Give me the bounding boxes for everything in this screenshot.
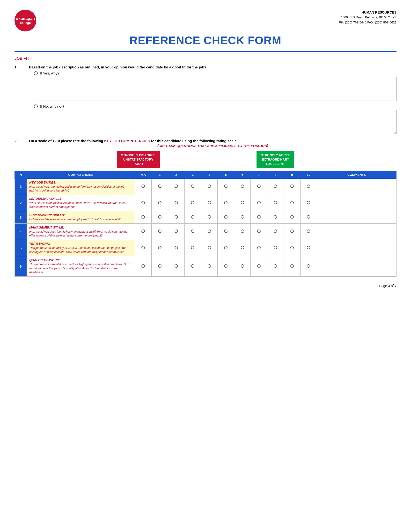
radio-6[interactable] (241, 264, 244, 268)
radio-1[interactable] (158, 184, 161, 188)
radio-1[interactable] (158, 229, 161, 233)
radio-2-cell[interactable] (168, 195, 185, 211)
radio-3[interactable] (191, 184, 194, 188)
radio-1-cell[interactable] (151, 256, 168, 276)
comments-cell[interactable] (317, 240, 396, 256)
radio-na[interactable] (141, 264, 145, 268)
radio-3[interactable] (191, 201, 194, 204)
radio-5[interactable] (224, 201, 227, 204)
radio-10-cell[interactable] (300, 195, 317, 211)
radio-7-cell[interactable] (251, 211, 267, 223)
radio-9[interactable] (290, 184, 294, 188)
radio-10-cell[interactable] (300, 256, 317, 276)
comments-cell[interactable] (317, 223, 396, 240)
radio-na[interactable] (141, 184, 145, 188)
radio-no[interactable] (34, 104, 38, 108)
radio-4-cell[interactable] (201, 256, 218, 276)
comments-cell[interactable] (317, 256, 396, 276)
radio-4-cell[interactable] (201, 223, 218, 240)
radio-5-cell[interactable] (218, 195, 234, 211)
radio-4-cell[interactable] (201, 240, 218, 256)
radio-5-cell[interactable] (218, 179, 234, 195)
radio-2[interactable] (175, 229, 178, 233)
radio-na-cell[interactable] (135, 223, 151, 240)
radio-na[interactable] (141, 201, 145, 204)
radio-1-cell[interactable] (151, 240, 168, 256)
radio-na-cell[interactable] (135, 256, 151, 276)
radio-9[interactable] (290, 246, 294, 249)
radio-10[interactable] (307, 184, 310, 188)
comments-cell[interactable] (317, 195, 396, 211)
radio-7[interactable] (257, 184, 261, 188)
radio-4-cell[interactable] (201, 195, 218, 211)
radio-9-cell[interactable] (284, 179, 300, 195)
radio-1-cell[interactable] (151, 223, 168, 240)
radio-2[interactable] (175, 201, 178, 204)
radio-3[interactable] (191, 215, 194, 218)
radio-7-cell[interactable] (251, 179, 267, 195)
radio-10[interactable] (307, 201, 310, 204)
radio-6[interactable] (241, 246, 244, 249)
radio-2-cell[interactable] (168, 256, 185, 276)
radio-3-cell[interactable] (185, 195, 201, 211)
radio-2-cell[interactable] (168, 240, 185, 256)
radio-6[interactable] (241, 215, 244, 218)
yes-why-textarea[interactable] (34, 77, 396, 101)
radio-9-cell[interactable] (284, 240, 300, 256)
radio-5[interactable] (224, 229, 227, 233)
radio-5-cell[interactable] (218, 240, 234, 256)
radio-3-cell[interactable] (185, 223, 201, 240)
radio-8[interactable] (274, 215, 277, 218)
radio-2-cell[interactable] (168, 211, 185, 223)
radio-9-cell[interactable] (284, 223, 300, 240)
radio-4[interactable] (208, 184, 211, 188)
radio-4[interactable] (208, 201, 211, 204)
radio-3-cell[interactable] (185, 240, 201, 256)
radio-na-cell[interactable] (135, 179, 151, 195)
radio-9[interactable] (290, 229, 294, 233)
radio-10[interactable] (307, 229, 310, 233)
radio-10-cell[interactable] (300, 223, 317, 240)
radio-3-cell[interactable] (185, 256, 201, 276)
comments-cell[interactable] (317, 211, 396, 223)
radio-7-cell[interactable] (251, 223, 267, 240)
radio-5[interactable] (224, 215, 227, 218)
radio-8[interactable] (274, 201, 277, 204)
radio-6-cell[interactable] (234, 211, 251, 223)
radio-4[interactable] (208, 229, 211, 233)
radio-4[interactable] (208, 215, 211, 218)
radio-5[interactable] (224, 246, 227, 249)
radio-4-cell[interactable] (201, 179, 218, 195)
radio-10[interactable] (307, 215, 310, 218)
radio-8-cell[interactable] (267, 240, 284, 256)
radio-4-cell[interactable] (201, 211, 218, 223)
no-why-textarea[interactable] (34, 110, 396, 134)
radio-10-cell[interactable] (300, 240, 317, 256)
radio-7-cell[interactable] (251, 256, 267, 276)
radio-9-cell[interactable] (284, 256, 300, 276)
radio-2[interactable] (175, 264, 178, 268)
radio-7[interactable] (257, 246, 261, 249)
radio-10[interactable] (307, 246, 310, 249)
radio-6-cell[interactable] (234, 195, 251, 211)
radio-7-cell[interactable] (251, 195, 267, 211)
radio-6[interactable] (241, 184, 244, 188)
radio-1[interactable] (158, 201, 161, 204)
radio-2[interactable] (175, 184, 178, 188)
radio-4[interactable] (208, 246, 211, 249)
radio-8[interactable] (274, 246, 277, 249)
radio-3[interactable] (191, 246, 194, 249)
radio-6-cell[interactable] (234, 256, 251, 276)
radio-na-cell[interactable] (135, 240, 151, 256)
radio-2[interactable] (175, 246, 178, 249)
radio-2[interactable] (175, 215, 178, 218)
radio-8[interactable] (274, 184, 277, 188)
radio-9-cell[interactable] (284, 211, 300, 223)
radio-3[interactable] (191, 264, 194, 268)
radio-8[interactable] (274, 229, 277, 233)
radio-5-cell[interactable] (218, 256, 234, 276)
radio-5[interactable] (224, 264, 227, 268)
radio-10-cell[interactable] (300, 179, 317, 195)
radio-9[interactable] (290, 201, 294, 204)
radio-1[interactable] (158, 264, 161, 268)
